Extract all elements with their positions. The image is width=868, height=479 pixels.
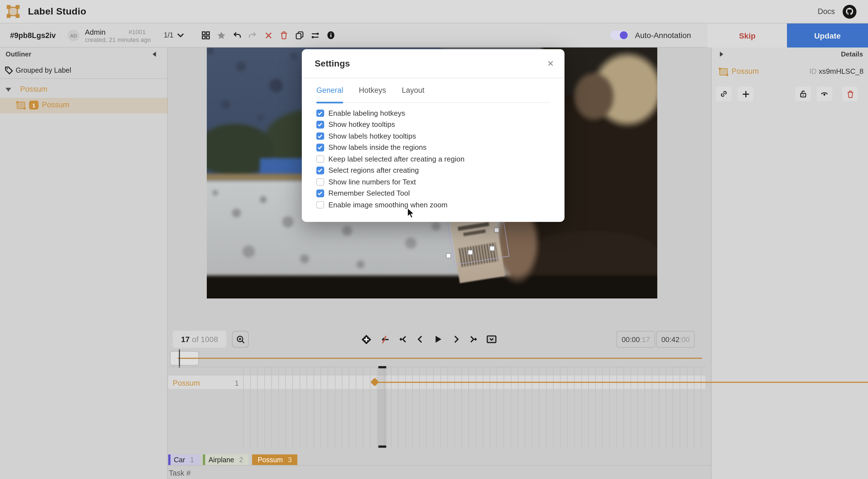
- checkbox[interactable]: [316, 166, 324, 174]
- checkbox[interactable]: [316, 189, 324, 197]
- checkbox[interactable]: [316, 121, 324, 128]
- settings-tab[interactable]: Layout: [402, 78, 425, 102]
- skip-button[interactable]: Skip: [708, 24, 787, 47]
- checkbox[interactable]: [316, 109, 324, 117]
- collapse-details-icon[interactable]: [718, 51, 725, 58]
- mouse-cursor: [407, 208, 415, 221]
- lock-region-button[interactable]: [795, 87, 811, 101]
- label-name: Airplane: [209, 456, 234, 464]
- region-bbox-icon: [719, 68, 728, 75]
- timeline-track-label[interactable]: Possum: [173, 379, 200, 387]
- reset-annotation-icon[interactable]: [264, 31, 273, 40]
- label-chip[interactable]: Airplane 2: [203, 454, 249, 465]
- region-name: Possum: [42, 101, 69, 109]
- details-title: Details: [841, 50, 863, 58]
- bbox-handle[interactable]: [490, 246, 495, 251]
- details-panel: Details Possum ID xs9mHLSC_8: [711, 47, 868, 479]
- update-button[interactable]: Update: [787, 24, 868, 47]
- add-keyframe-icon[interactable]: [361, 334, 372, 345]
- chevron-down-icon[interactable]: [176, 31, 185, 40]
- delete-region-trash-button[interactable]: [842, 87, 858, 101]
- outliner-region-possum[interactable]: 1 Possum: [0, 98, 168, 114]
- settings-tabs: General Hotkeys Layout: [316, 78, 550, 103]
- settings-modal-header: Settings ✕: [302, 49, 564, 78]
- settings-option-row[interactable]: Keep label selected after creating a reg…: [316, 153, 551, 165]
- seek-position-marker[interactable]: [179, 349, 180, 368]
- settings-option-label: Show hotkey tooltips: [329, 121, 395, 129]
- settings-tab[interactable]: Hotkeys: [359, 78, 386, 102]
- settings-option-row[interactable]: Show line numbers for Text: [316, 176, 551, 188]
- annotation-created-text: created, 21 minutes ago: [85, 36, 151, 43]
- settings-tab[interactable]: General: [316, 78, 343, 102]
- settings-option-row[interactable]: Enable image smoothing when zoom: [316, 199, 551, 211]
- checkbox[interactable]: [316, 178, 324, 186]
- playhead-tick[interactable]: [378, 445, 386, 448]
- collapse-outliner-icon[interactable]: [151, 51, 158, 58]
- info-icon[interactable]: [327, 31, 335, 40]
- current-time: 00:00:17: [617, 331, 655, 348]
- play-button-icon[interactable]: [433, 334, 443, 345]
- auto-annotation-toggle[interactable]: [610, 31, 628, 40]
- settings-modal: Settings ✕ General Hotkeys Layout Enable…: [302, 49, 564, 222]
- timeline-playhead[interactable]: [378, 366, 387, 448]
- settings-option-label: Show line numbers for Text: [329, 178, 416, 186]
- settings-option-label: Remember Selected Tool: [329, 189, 410, 198]
- docs-link[interactable]: Docs: [818, 7, 835, 15]
- checkbox[interactable]: [316, 132, 324, 140]
- settings-option-row[interactable]: Enable labeling hotkeys: [316, 107, 551, 119]
- remove-keyframe-icon[interactable]: [379, 334, 390, 345]
- settings-option-label: Keep label selected after creating a reg…: [329, 155, 464, 163]
- settings-option-row[interactable]: Select regions after creating: [316, 165, 551, 176]
- hide-region-eye-button[interactable]: [816, 87, 832, 101]
- checkbox[interactable]: [316, 201, 324, 209]
- user-avatar[interactable]: AD: [68, 30, 80, 41]
- settings-option-row[interactable]: Remember Selected Tool: [316, 188, 551, 199]
- app-header: Label Studio Docs: [0, 0, 868, 24]
- previous-keyframe-icon[interactable]: [397, 334, 407, 345]
- ground-truth-star-icon[interactable]: [217, 31, 226, 40]
- previous-frame-icon[interactable]: [415, 334, 425, 345]
- label-chip[interactable]: Possum 3: [252, 454, 297, 465]
- outliner-panel: Outliner Grouped by Label Possum 1 Possu…: [0, 47, 168, 479]
- undo-icon[interactable]: [232, 31, 242, 40]
- grouping-selector[interactable]: Grouped by Label: [0, 63, 168, 79]
- outliner-group-possum[interactable]: Possum: [0, 83, 168, 97]
- tag-icon: [4, 66, 13, 75]
- close-icon[interactable]: ✕: [546, 59, 556, 69]
- duplicate-annotation-icon[interactable]: [295, 31, 304, 40]
- next-keyframe-icon[interactable]: [468, 334, 479, 345]
- settings-option-row[interactable]: Show labels inside the regions: [316, 142, 551, 153]
- playback-controls: [361, 331, 497, 348]
- zoom-in-button[interactable]: [232, 331, 249, 348]
- frame-current[interactable]: 17: [181, 335, 190, 344]
- group-name: Possum: [20, 85, 48, 93]
- settings-sliders-icon[interactable]: [311, 31, 320, 40]
- settings-option-row[interactable]: Show labels hotkey tooltips: [316, 130, 551, 142]
- github-icon[interactable]: [842, 4, 857, 19]
- bbox-handle[interactable]: [468, 250, 473, 255]
- video-person-face: [562, 59, 626, 134]
- link-region-button[interactable]: [716, 87, 732, 101]
- delete-annotation-trash-icon[interactable]: [279, 31, 288, 40]
- settings-option-row[interactable]: Show hotkey tooltips: [316, 119, 551, 130]
- view-all-annotations-icon[interactable]: [201, 31, 210, 40]
- bbox-handle[interactable]: [446, 253, 451, 258]
- checkbox[interactable]: [316, 155, 324, 163]
- next-frame-icon[interactable]: [451, 334, 461, 345]
- label-chip[interactable]: Car 1: [168, 454, 199, 465]
- redo-icon[interactable]: [248, 31, 257, 40]
- selected-region-row[interactable]: Possum ID xs9mHLSC_8: [712, 64, 868, 80]
- seek-progress-line[interactable]: [178, 358, 702, 359]
- frame-counter[interactable]: 17 of 1008: [173, 331, 226, 348]
- playhead-tick[interactable]: [378, 366, 386, 368]
- label-studio-logo-icon[interactable]: [7, 5, 20, 18]
- checkbox[interactable]: [316, 143, 324, 151]
- timeline-grid[interactable]: [243, 366, 705, 448]
- app-title: Label Studio: [28, 6, 86, 17]
- expand-arrow-icon[interactable]: [6, 88, 11, 92]
- bbox-handle[interactable]: [494, 227, 499, 232]
- interpolation-toggle-icon[interactable]: [486, 334, 497, 345]
- settings-option-label: Show labels inside the regions: [329, 143, 427, 152]
- add-relation-button[interactable]: [738, 87, 753, 101]
- label-hotkey: 1: [190, 456, 194, 464]
